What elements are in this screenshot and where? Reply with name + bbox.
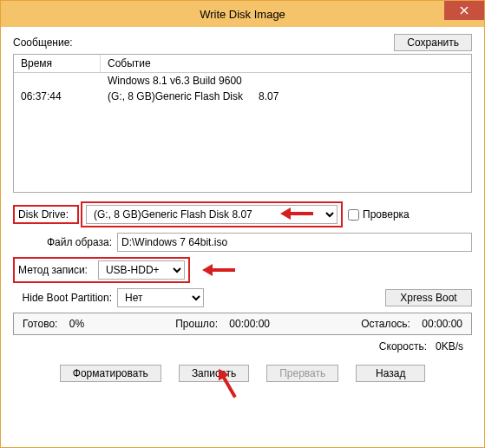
write-method-select[interactable]: USB-HDD+ [98, 260, 185, 280]
log-header-event[interactable]: Событие [101, 55, 471, 72]
write-method-highlight: Метод записи: USB-HDD+ [13, 257, 190, 283]
titlebar: Write Disk Image [1, 1, 484, 27]
speed-label: Скорость: [379, 340, 427, 352]
done-value: 0% [69, 318, 84, 330]
elapsed-label: Прошло: [175, 318, 218, 330]
abort-button[interactable]: Прервать [266, 365, 338, 382]
back-button[interactable]: Назад [356, 365, 425, 382]
image-file-label: Файл образа: [13, 236, 117, 248]
format-button[interactable]: Форматировать [60, 365, 161, 382]
write-method-label: Метод записи: [18, 264, 93, 276]
red-arrow-icon [280, 208, 315, 220]
disk-drive-highlight: Disk Drive: [13, 205, 79, 224]
log-box: Время Событие Windows 8.1 v6.3 Build 960… [13, 54, 472, 193]
window-title: Write Disk Image [200, 8, 285, 21]
message-label: Сообщение: [13, 36, 73, 49]
elapsed-value: 00:00:00 [229, 318, 270, 330]
hide-partition-select[interactable]: Нет [117, 288, 204, 307]
disk-drive-label: Disk Drive: [18, 208, 74, 221]
remain-value: 00:00:00 [422, 318, 462, 330]
log-body[interactable]: Windows 8.1 v6.3 Build 9600 06:37:44 (G:… [14, 73, 471, 104]
log-row: Windows 8.1 v6.3 Build 9600 [14, 73, 471, 89]
log-row: 06:37:44 (G:, 8 GB)Generic Flash Disk 8.… [14, 89, 471, 104]
speed-value: 0KB/s [436, 340, 463, 352]
hide-partition-label: Hide Boot Partition: [13, 292, 117, 304]
done-label: Готово: [23, 318, 57, 330]
red-arrow-icon [202, 264, 237, 276]
xpress-boot-button[interactable]: Xpress Boot [385, 289, 472, 306]
close-button[interactable] [444, 1, 484, 20]
disk-drive-select-highlight: (G:, 8 GB)Generic Flash Disk 8.07 [81, 201, 343, 227]
verify-label: Проверка [363, 208, 410, 221]
image-file-input[interactable] [117, 233, 472, 252]
log-header-time[interactable]: Время [14, 55, 101, 72]
close-icon [460, 6, 469, 15]
remain-label: Осталось: [361, 318, 410, 330]
save-button[interactable]: Сохранить [394, 34, 472, 51]
verify-checkbox[interactable] [348, 209, 359, 221]
progress-box: Готово: 0% Прошло: 00:00:00 Осталось: 00… [13, 313, 472, 335]
